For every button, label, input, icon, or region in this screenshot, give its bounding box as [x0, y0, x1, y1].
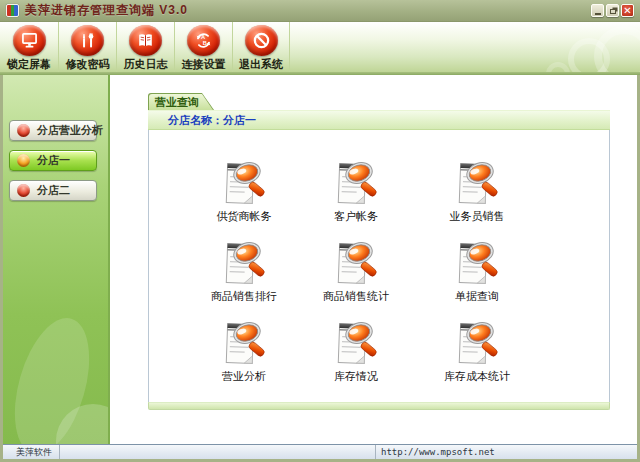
document-magnifier-icon — [333, 240, 379, 286]
document-magnifier-icon — [333, 320, 379, 366]
branch-name-label: 分店名称： — [168, 113, 223, 128]
lock-screen-icon — [19, 30, 40, 51]
document-magnifier-icon — [454, 240, 500, 286]
toolbar-button-history-log[interactable]: 历史日志 — [116, 22, 174, 72]
exit-system-icon — [251, 30, 272, 51]
toolbar-button-label: 历史日志 — [124, 57, 168, 72]
restore-button[interactable] — [606, 4, 619, 17]
grid-item-label: 库存情况 — [334, 369, 378, 384]
content: 分店营业分析 分店一 分店二 营业查询 分店名称： 分店一 — [3, 75, 637, 444]
grid-item-product-sales-ranking[interactable]: 商品销售排行 — [194, 240, 294, 320]
toolbar-button-change-password[interactable]: 修改密码 — [58, 22, 116, 72]
toolbar-button-circle — [13, 25, 46, 56]
toolbar-button-circle — [129, 25, 162, 56]
connection-settings-icon — [193, 30, 214, 51]
red-sphere-icon — [17, 124, 30, 137]
status-website-url: http://www.mpsoft.net — [375, 445, 637, 459]
sidebar-item-label: 分店二 — [37, 183, 70, 198]
decorative-ring — [546, 62, 570, 72]
grid-item-receipt-query[interactable]: 单据查询 — [427, 240, 527, 320]
close-button[interactable]: ✕ — [621, 4, 634, 17]
decorative-ring — [594, 26, 640, 72]
panel-footer — [148, 402, 610, 410]
main-panel: 营业查询 分店名称： 分店一 供货商帐务 客户帐务 — [110, 75, 637, 444]
branch-name-value: 分店一 — [223, 113, 256, 128]
decorative-ring — [568, 38, 610, 72]
change-password-icon — [77, 30, 98, 51]
query-grid: 供货商帐务 客户帐务 业务员销售 商品销售排行 商品销售统计 — [148, 130, 610, 402]
window-controls: ✕ — [591, 4, 634, 17]
toolbar-button-connection[interactable]: 连接设置 — [174, 22, 232, 72]
document-magnifier-icon — [333, 160, 379, 206]
app-icon — [6, 4, 19, 17]
toolbar-button-lock-screen[interactable]: 锁定屏幕 — [0, 22, 58, 72]
grid-item-label: 营业分析 — [222, 369, 266, 384]
grid-item-label: 业务员销售 — [450, 209, 505, 224]
grid-item-customer-accounts[interactable]: 客户帐务 — [306, 160, 406, 240]
tab-business-query[interactable]: 营业查询 — [148, 93, 214, 110]
grid-item-label: 商品销售统计 — [323, 289, 389, 304]
body: 分店营业分析 分店一 分店二 营业查询 分店名称： 分店一 — [3, 75, 637, 459]
toolbar-button-exit[interactable]: 退出系统 — [232, 22, 290, 72]
document-magnifier-icon — [221, 320, 267, 366]
toolbar-button-label: 退出系统 — [239, 57, 283, 72]
document-magnifier-icon — [454, 160, 500, 206]
status-bar: 美萍软件 http://www.mpsoft.net — [3, 444, 637, 459]
minimize-button[interactable] — [591, 4, 604, 17]
history-log-icon — [135, 30, 156, 51]
toolbar-button-label: 锁定屏幕 — [7, 57, 51, 72]
grid-item-supplier-accounts[interactable]: 供货商帐务 — [194, 160, 294, 240]
grid-item-label: 供货商帐务 — [217, 209, 272, 224]
document-magnifier-icon — [454, 320, 500, 366]
close-icon: ✕ — [623, 5, 631, 16]
grid-item-inventory-cost-stats[interactable]: 库存成本统计 — [427, 320, 527, 400]
grid-item-label: 客户帐务 — [334, 209, 378, 224]
document-magnifier-icon — [221, 160, 267, 206]
minimize-icon — [595, 13, 601, 15]
tab-label: 营业查询 — [149, 94, 213, 110]
grid-item-label: 库存成本统计 — [444, 369, 510, 384]
grid-item-salesperson-sales[interactable]: 业务员销售 — [427, 160, 527, 240]
document-magnifier-icon — [221, 240, 267, 286]
sidebar-item-label: 分店一 — [37, 153, 70, 168]
sidebar-item-branch-one[interactable]: 分店一 — [9, 150, 97, 171]
panel-header: 分店名称： 分店一 — [148, 110, 610, 130]
toolbar-button-circle — [187, 25, 220, 56]
red-sphere-icon — [17, 184, 30, 197]
toolbar-button-circle — [71, 25, 104, 56]
sidebar-item-branch-two[interactable]: 分店二 — [9, 180, 97, 201]
toolbar-button-label: 修改密码 — [66, 57, 110, 72]
grid-item-label: 商品销售排行 — [211, 289, 277, 304]
window-title: 美萍进销存管理查询端 V3.0 — [25, 2, 188, 19]
grid-item-business-analysis[interactable]: 营业分析 — [194, 320, 294, 400]
toolbar-button-circle — [245, 25, 278, 56]
status-company: 美萍软件 — [3, 445, 60, 459]
sidebar: 分店营业分析 分店一 分店二 — [3, 75, 110, 444]
sidebar-item-branch-analysis[interactable]: 分店营业分析 — [9, 120, 97, 141]
grid-item-product-sales-stats[interactable]: 商品销售统计 — [306, 240, 406, 320]
restore-icon — [610, 9, 616, 14]
toolbar: 锁定屏幕 修改密码 历史日志 连接设置 退出系统 — [0, 22, 640, 72]
title-bar: 美萍进销存管理查询端 V3.0 ✕ — [0, 0, 640, 22]
app-window: 美萍进销存管理查询端 V3.0 ✕ 锁定屏幕 修改密码 — [0, 0, 640, 462]
grid-item-inventory-status[interactable]: 库存情况 — [306, 320, 406, 400]
sidebar-item-label: 分店营业分析 — [37, 123, 103, 138]
grid-item-label: 单据查询 — [455, 289, 499, 304]
toolbar-button-label: 连接设置 — [182, 57, 226, 72]
orange-sphere-icon — [17, 154, 30, 167]
